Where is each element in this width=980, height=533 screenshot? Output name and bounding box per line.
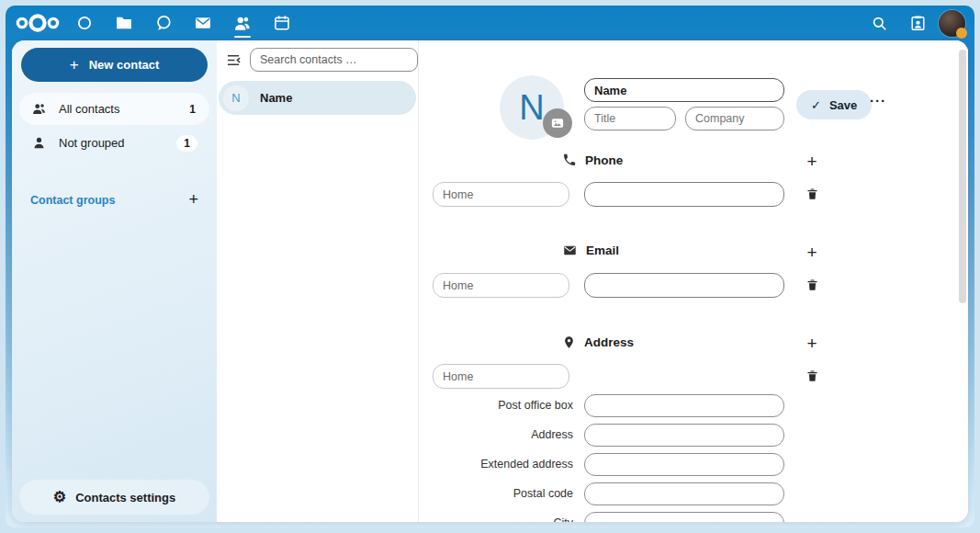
search-contacts-input[interactable]: [250, 48, 418, 72]
city-label: City: [419, 516, 573, 522]
dashboard-icon: [75, 14, 94, 32]
trash-icon: [805, 187, 819, 201]
talk-bubble-icon: [154, 14, 173, 32]
address-section-label: Address: [584, 335, 634, 349]
check-icon: ✓: [811, 98, 821, 112]
people-group-icon: [31, 101, 47, 117]
address-label: Address: [419, 428, 573, 441]
extended-address-label: Extended address: [419, 458, 573, 471]
contacts-menu-icon: [909, 15, 927, 32]
email-section-header: Email: [562, 244, 619, 257]
trash-icon: [805, 278, 819, 292]
contact-avatar: N: [223, 85, 249, 111]
unified-search-button[interactable]: [860, 6, 898, 40]
save-label: Save: [829, 98, 857, 112]
city-input[interactable]: [584, 512, 784, 522]
postal-code-label: Postal code: [419, 487, 573, 500]
phone-icon: [562, 153, 577, 167]
map-pin-icon: [562, 335, 576, 350]
email-section-label: Email: [586, 244, 619, 257]
phone-value-input[interactable]: [584, 182, 784, 207]
app-navigation-sidebar: + New contact All contacts 1: [12, 40, 217, 522]
extended-address-input[interactable]: [584, 453, 784, 476]
email-type-select[interactable]: [433, 273, 569, 298]
gear-icon: ⚙: [53, 490, 66, 505]
picture-icon: [551, 117, 564, 130]
contact-list-column: N Name: [217, 40, 419, 522]
address-input[interactable]: [584, 424, 784, 447]
address-section-header: Address: [562, 335, 634, 350]
add-phone-button[interactable]: +: [802, 152, 822, 172]
user-status-away-icon: [956, 28, 967, 39]
nextcloud-logo[interactable]: [11, 6, 64, 40]
trash-icon: [805, 369, 819, 383]
phone-section-label: Phone: [585, 153, 623, 167]
app-icon-contacts[interactable]: [222, 6, 262, 40]
user-avatar[interactable]: [939, 10, 965, 37]
app-icon-mail[interactable]: [183, 6, 222, 40]
contacts-settings-button[interactable]: ⚙ Contacts settings: [19, 480, 209, 515]
sidebar-item-all-contacts[interactable]: All contacts 1: [19, 93, 209, 125]
mail-icon: [194, 14, 212, 32]
delete-address-button[interactable]: [803, 367, 821, 385]
scrollbar-thumb[interactable]: [959, 50, 966, 303]
contact-groups-header: Contact groups +: [19, 190, 209, 210]
delete-email-button[interactable]: [803, 276, 821, 294]
top-bar-right: [860, 6, 965, 40]
folder-icon: [115, 14, 133, 32]
address-type-select[interactable]: [433, 364, 569, 389]
active-app-indicator: [234, 36, 251, 39]
contact-list-header: [219, 45, 416, 74]
contact-groups-title: Contact groups: [30, 194, 188, 207]
contacts-menu-button[interactable]: [898, 6, 937, 40]
more-actions-button[interactable]: ···: [866, 88, 890, 112]
contact-count: 1: [189, 103, 197, 116]
add-group-button[interactable]: +: [188, 190, 198, 210]
contacts-people-icon: [232, 14, 252, 33]
add-address-button[interactable]: +: [802, 334, 822, 354]
contacts-settings-label: Contacts settings: [75, 491, 175, 505]
save-button[interactable]: ✓ Save: [796, 90, 872, 119]
post-office-box-label: Post office box: [419, 399, 573, 412]
email-icon: [562, 244, 578, 257]
collapse-sidebar-icon: [226, 53, 242, 67]
phone-section-header: Phone: [562, 153, 623, 167]
new-contact-label: New contact: [89, 58, 160, 72]
scrollbar-track[interactable]: [956, 40, 968, 522]
contact-company-input[interactable]: [685, 107, 784, 130]
app-icon-files[interactable]: [104, 6, 143, 40]
email-value-input[interactable]: [584, 273, 784, 298]
person-icon: [31, 135, 47, 151]
plus-icon: +: [70, 56, 79, 74]
app-icon-calendar[interactable]: [262, 6, 301, 40]
contact-count-badge: 1: [176, 135, 197, 152]
calendar-icon: [273, 14, 291, 32]
contact-name: Name: [260, 91, 292, 105]
nextcloud-logo-icon: [14, 9, 62, 37]
sidebar-item-label: All contacts: [59, 102, 119, 116]
add-email-button[interactable]: +: [802, 243, 822, 263]
sidebar-item-not-grouped[interactable]: Not grouped 1: [19, 127, 209, 159]
search-icon: [871, 15, 888, 32]
postal-code-input[interactable]: [584, 482, 784, 505]
delete-phone-button[interactable]: [803, 185, 821, 203]
contact-list-item[interactable]: N Name: [219, 81, 416, 115]
app-icon-dashboard[interactable]: [64, 6, 104, 40]
phone-type-select[interactable]: [433, 182, 569, 207]
new-contact-button[interactable]: + New contact: [21, 48, 208, 82]
post-office-box-input[interactable]: [584, 394, 784, 417]
sidebar-item-label: Not grouped: [59, 136, 125, 150]
upload-photo-button[interactable]: [543, 108, 572, 138]
contact-name-input[interactable]: [584, 78, 784, 102]
desktop-background: + New contact All contacts 1: [6, 6, 974, 527]
contact-title-input[interactable]: [584, 107, 676, 130]
collapse-sidebar-button[interactable]: [226, 51, 242, 69]
contact-editor: N ✓ Save ··· Phone: [419, 40, 968, 522]
app-navigation-icons: [11, 6, 301, 40]
app-icon-talk[interactable]: [143, 6, 183, 40]
top-bar: [6, 6, 974, 40]
contacts-app-window: + New contact All contacts 1: [12, 40, 968, 522]
